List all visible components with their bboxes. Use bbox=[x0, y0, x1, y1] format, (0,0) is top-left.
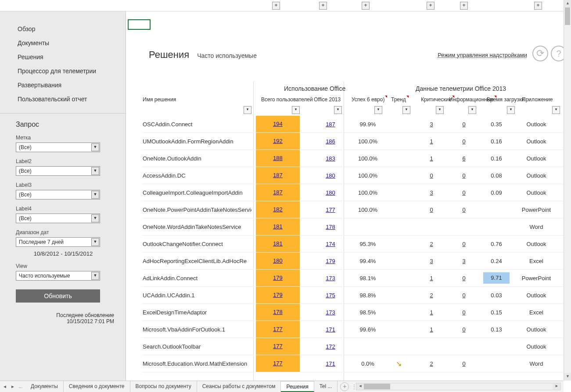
critical-link[interactable]: 2 bbox=[430, 292, 433, 299]
total-users-link[interactable]: 182 bbox=[273, 206, 283, 213]
office2013-link[interactable]: 175 bbox=[326, 292, 335, 299]
scroll-thumb[interactable] bbox=[364, 384, 390, 389]
nav-documents[interactable]: Документы bbox=[0, 36, 126, 50]
total-users-link[interactable]: 181 bbox=[273, 223, 283, 230]
filter-dropdown[interactable]: ▼ bbox=[507, 106, 515, 114]
select-metka[interactable]: (Все)▼ bbox=[16, 143, 100, 152]
filter-dropdown[interactable]: ▼ bbox=[468, 106, 476, 114]
scroll-thumb[interactable] bbox=[565, 7, 570, 25]
info-link[interactable]: 0 bbox=[462, 309, 465, 316]
office2013-link[interactable]: 179 bbox=[326, 258, 335, 264]
critical-link[interactable]: 0 bbox=[430, 207, 433, 213]
expand-button[interactable]: + bbox=[534, 2, 542, 10]
critical-link[interactable]: 3 bbox=[430, 121, 433, 128]
nav-overview[interactable]: Обзор bbox=[0, 22, 126, 36]
refresh-icon[interactable]: ⟳ bbox=[532, 46, 548, 61]
critical-link[interactable]: 2 bbox=[430, 360, 433, 367]
total-users-link[interactable]: 177 bbox=[273, 326, 283, 332]
total-users-link[interactable]: 179 bbox=[273, 274, 283, 281]
sheet-nav-next-icon[interactable]: ► bbox=[10, 384, 16, 389]
critical-link[interactable]: 1 bbox=[430, 155, 433, 162]
expand-button[interactable]: + bbox=[460, 2, 468, 10]
expand-button[interactable]: + bbox=[362, 2, 370, 10]
sheet-tab[interactable]: Документы bbox=[25, 381, 64, 392]
total-users-link[interactable]: 187 bbox=[273, 172, 283, 178]
critical-link[interactable]: 1 bbox=[430, 309, 433, 316]
select-label3[interactable]: (Все)▼ bbox=[16, 190, 100, 200]
total-users-link[interactable]: 177 bbox=[273, 343, 283, 349]
office2013-link[interactable]: 186 bbox=[326, 138, 335, 145]
info-link[interactable]: 0 bbox=[462, 121, 465, 128]
filter-dropdown[interactable]: ▼ bbox=[552, 106, 560, 114]
sheet-tab[interactable]: Tel ... bbox=[314, 381, 338, 392]
info-link[interactable]: 0 bbox=[462, 360, 465, 367]
scroll-down-icon[interactable]: ▼ bbox=[564, 373, 571, 381]
select-view[interactable]: Часто используемые▼ bbox=[16, 271, 100, 281]
office2013-link[interactable]: 178 bbox=[326, 224, 335, 230]
nav-telemetry-cpu[interactable]: Процессор для телеметрии bbox=[0, 64, 126, 78]
expand-button[interactable]: + bbox=[272, 2, 280, 10]
office2013-link[interactable]: 171 bbox=[326, 326, 335, 333]
critical-link[interactable]: 2 bbox=[430, 241, 433, 247]
filter-dropdown[interactable]: ▼ bbox=[436, 106, 444, 114]
total-users-link[interactable]: 187 bbox=[273, 189, 283, 196]
office2013-link[interactable]: 183 bbox=[326, 155, 335, 162]
sheet-tab[interactable]: Сеансы работы с документом bbox=[197, 381, 281, 392]
nav-deployments[interactable]: Развертывания bbox=[0, 78, 126, 92]
select-daterange[interactable]: Последние 7 дней▼ bbox=[16, 237, 100, 247]
sheet-tab[interactable]: Вопросы по документу bbox=[130, 381, 197, 392]
office2013-link[interactable]: 172 bbox=[326, 343, 335, 350]
total-users-link[interactable]: 180 bbox=[273, 257, 283, 264]
info-link[interactable]: 6 bbox=[462, 155, 465, 162]
info-link[interactable]: 3 bbox=[462, 258, 465, 264]
info-link[interactable]: 0 bbox=[462, 207, 465, 213]
scroll-up-icon[interactable]: ▲ bbox=[564, 0, 571, 7]
update-button[interactable]: Обновить bbox=[16, 289, 100, 303]
horizontal-scrollbar[interactable]: ◄ ► bbox=[356, 383, 561, 390]
scroll-right-icon[interactable]: ► bbox=[553, 383, 560, 390]
vertical-scrollbar[interactable]: ▲ ▼ bbox=[564, 0, 571, 381]
filter-dropdown[interactable]: ▼ bbox=[244, 106, 251, 114]
filter-dropdown[interactable]: ▼ bbox=[402, 106, 410, 114]
critical-link[interactable]: 3 bbox=[430, 258, 433, 264]
office2013-link[interactable]: 180 bbox=[326, 189, 335, 196]
select-label2[interactable]: (Все)▼ bbox=[16, 166, 100, 176]
critical-link[interactable]: 1 bbox=[430, 326, 433, 333]
add-sheet-button[interactable]: + bbox=[340, 382, 349, 391]
filter-dropdown[interactable]: ▼ bbox=[334, 106, 342, 114]
office2013-link[interactable]: 174 bbox=[326, 241, 335, 247]
info-link[interactable]: 0 bbox=[462, 172, 465, 179]
total-users-link[interactable]: 178 bbox=[273, 309, 283, 315]
sheet-nav-prev-icon[interactable]: ◄ bbox=[2, 384, 8, 389]
critical-link[interactable]: 1 bbox=[430, 138, 433, 145]
info-link[interactable]: 0 bbox=[462, 275, 465, 282]
office2013-link[interactable]: 180 bbox=[326, 172, 335, 179]
nav-custom-report[interactable]: Пользовательский отчет bbox=[0, 92, 126, 106]
total-users-link[interactable]: 177 bbox=[273, 360, 283, 367]
info-link[interactable]: 0 bbox=[462, 138, 465, 145]
info-link[interactable]: 0 bbox=[462, 292, 465, 299]
total-users-link[interactable]: 192 bbox=[273, 138, 283, 144]
total-users-link[interactable]: 181 bbox=[273, 240, 283, 247]
office2013-link[interactable]: 173 bbox=[326, 275, 335, 282]
filter-dropdown[interactable]: ▼ bbox=[292, 106, 300, 114]
cell-cursor[interactable] bbox=[128, 19, 151, 30]
sheet-tab[interactable]: Сведения о документе bbox=[64, 381, 130, 392]
sheet-tab[interactable]: Решения bbox=[281, 381, 314, 392]
filter-dropdown[interactable]: ▼ bbox=[374, 106, 382, 114]
addin-management-mode-link[interactable]: Режим управления надстройками bbox=[438, 52, 527, 58]
total-users-link[interactable]: 188 bbox=[273, 155, 283, 161]
office2013-link[interactable]: 171 bbox=[326, 360, 335, 367]
office2013-link[interactable]: 173 bbox=[326, 309, 335, 316]
nav-solutions[interactable]: Решения bbox=[0, 50, 126, 64]
critical-link[interactable]: 1 bbox=[430, 275, 433, 282]
select-label4[interactable]: (Все)▼ bbox=[16, 214, 100, 223]
office2013-link[interactable]: 187 bbox=[326, 121, 335, 128]
critical-link[interactable]: 0 bbox=[430, 172, 433, 179]
info-link[interactable]: 0 bbox=[462, 189, 465, 196]
total-users-link[interactable]: 194 bbox=[273, 121, 283, 127]
total-users-link[interactable]: 179 bbox=[273, 292, 283, 298]
office2013-link[interactable]: 177 bbox=[326, 207, 335, 213]
expand-button[interactable]: + bbox=[319, 2, 327, 10]
expand-button[interactable]: + bbox=[427, 2, 435, 10]
